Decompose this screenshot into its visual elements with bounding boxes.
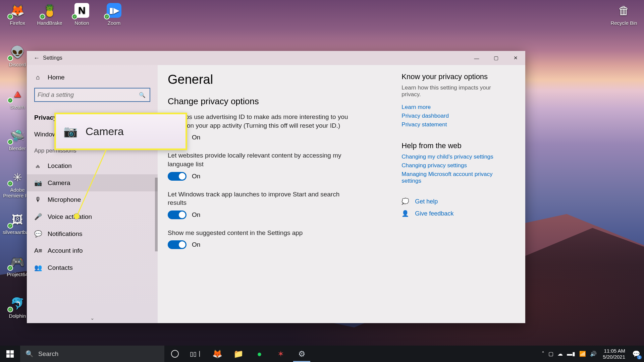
- tray-volume-icon[interactable]: 🔊: [590, 351, 597, 357]
- toggle-state: On: [192, 211, 200, 219]
- sidebar-item-label: Contacts: [48, 264, 73, 272]
- desktop-icon-label: HandBrake: [35, 20, 64, 26]
- tray-battery-icon[interactable]: ▬▮: [567, 351, 575, 357]
- cortana-icon: [171, 350, 179, 358]
- desktop-icon-firefox[interactable]: 🦊 Firefox: [3, 2, 32, 26]
- voice-icon: 🎤: [34, 213, 42, 221]
- sidebar-search[interactable]: 🔍: [34, 88, 150, 102]
- page-title: General: [168, 72, 401, 87]
- desktop-icon-zoom[interactable]: ▮▶ Zoom: [99, 2, 129, 26]
- sidebar-item-label: Account info: [48, 247, 83, 254]
- location-icon: ஃ: [34, 162, 42, 170]
- toggle-state: On: [192, 241, 200, 248]
- recycle-bin-icon: 🗑: [614, 2, 633, 19]
- sidebar-scroll-down-icon[interactable]: ⌄: [90, 315, 95, 321]
- search-input[interactable]: [38, 92, 137, 99]
- link-privacy-statement[interactable]: Privacy statement: [401, 121, 505, 128]
- back-button[interactable]: ←: [30, 55, 43, 62]
- sidebar-scrollbar[interactable]: [155, 178, 158, 251]
- annotation-callout-camera: 📷 Camera: [54, 113, 187, 150]
- notification-count-badge: 3: [637, 355, 642, 359]
- link-changing-privacy[interactable]: Changing privacy settings: [401, 162, 505, 169]
- option-suggested-content-label: Show me suggested content in the Setting…: [168, 229, 349, 237]
- window-title: Settings: [43, 55, 62, 61]
- toggle-track-launches[interactable]: [168, 210, 186, 219]
- zoom-icon: ▮▶: [105, 2, 123, 19]
- taskbar-search[interactable]: 🔍 Search: [20, 346, 164, 362]
- desktop-icon-label: Recycle Bin: [609, 20, 639, 26]
- contacts-icon: 👥: [34, 264, 42, 272]
- taskbar-task-view[interactable]: ▯▯〡: [185, 346, 207, 362]
- search-icon: 🔍: [137, 92, 148, 98]
- link-ms-account-privacy[interactable]: Managing Microsoft account privacy setti…: [401, 171, 505, 184]
- link-child-privacy[interactable]: Changing my child's privacy settings: [401, 154, 505, 160]
- camera-icon: 📷: [34, 179, 42, 187]
- desktop-icon-handbrake[interactable]: 🍍 HandBrake: [35, 2, 64, 26]
- tray-meet-now-icon[interactable]: ▢: [548, 351, 553, 357]
- image-file-icon: 🖼: [8, 211, 27, 228]
- sidebar-item-voice-activation[interactable]: 🎤 Voice activation: [27, 208, 158, 225]
- sidebar-category-label: Privacy: [34, 114, 57, 121]
- option-track-launches-label: Let Windows track app launches to improv…: [168, 190, 349, 207]
- toggle-language-list[interactable]: [168, 172, 186, 181]
- sidebar-item-account-info[interactable]: A≡ Account info: [27, 242, 158, 259]
- app-icon: ✶: [277, 349, 284, 359]
- sidebar-item-microphone[interactable]: 🎙 Microphone: [27, 191, 158, 208]
- feedback-icon: 👤: [401, 210, 409, 217]
- window-maximize-button[interactable]: ▢: [486, 51, 506, 65]
- blender-icon: 🛸: [8, 127, 27, 144]
- sidebar-item-contacts[interactable]: 👥 Contacts: [27, 259, 158, 276]
- clock-time: 11:05 AM: [603, 348, 625, 354]
- file-explorer-icon: 📁: [233, 349, 244, 359]
- sidebar-item-location[interactable]: ஃ Location: [27, 158, 158, 174]
- notifications-icon: 💬: [34, 230, 42, 238]
- taskbar-cortana[interactable]: [164, 346, 185, 362]
- task-view-icon: ▯▯〡: [190, 350, 203, 358]
- desktop-icon-recycle-bin[interactable]: 🗑 Recycle Bin: [609, 2, 639, 26]
- link-privacy-dashboard[interactable]: Privacy dashboard: [401, 113, 505, 119]
- premiere-icon: ✳: [8, 169, 27, 186]
- project64-icon: 🎮: [8, 253, 27, 270]
- handbrake-icon: 🍍: [40, 2, 59, 19]
- sidebar-item-camera[interactable]: 📷 Camera: [27, 174, 158, 191]
- aside-title-privacy-options: Know your privacy options: [401, 72, 515, 81]
- sidebar-item-label: Microphone: [48, 196, 81, 203]
- give-feedback-link[interactable]: Give feedback: [415, 210, 453, 217]
- tray-clock[interactable]: 11:05 AM 5/20/2021: [601, 348, 627, 360]
- clock-date: 5/20/2021: [603, 354, 625, 360]
- settings-window: ← Settings — ▢ ✕ ⌂ Home 🔍 Privacy Window…: [27, 51, 525, 323]
- option-language-list-label: Let websites provide locally relevant co…: [168, 151, 349, 168]
- give-feedback-row[interactable]: 👤 Give feedback: [401, 210, 515, 217]
- window-close-button[interactable]: ✕: [506, 51, 525, 65]
- taskbar-pinned-app[interactable]: ✶: [270, 346, 291, 362]
- aside-subtitle: Learn how this setting impacts your priv…: [401, 84, 505, 98]
- link-learn-more[interactable]: Learn more: [401, 104, 505, 111]
- desktop-icon-label: Notion: [67, 20, 97, 26]
- sidebar-item-notifications[interactable]: 💬 Notifications: [27, 225, 158, 242]
- taskbar-pinned-explorer[interactable]: 📁: [228, 346, 249, 362]
- firefox-icon: 🦊: [212, 349, 222, 359]
- windows-logo-icon: [6, 350, 14, 358]
- aside-title-help-web: Help from the web: [401, 141, 515, 150]
- get-help-link[interactable]: Get help: [415, 198, 438, 205]
- window-minimize-button[interactable]: —: [467, 51, 486, 65]
- sidebar-item-label: Voice activation: [48, 213, 92, 221]
- tray-chevron-up-icon[interactable]: ˄: [542, 351, 544, 357]
- start-button[interactable]: [0, 346, 20, 362]
- tray-action-center[interactable]: 💬 3: [631, 349, 641, 359]
- dolphin-icon: 🐬: [8, 295, 27, 312]
- tray-onedrive-icon[interactable]: ☁: [557, 351, 563, 357]
- microphone-icon: 🎙: [34, 196, 42, 203]
- desktop-icon-notion[interactable]: N Notion: [67, 2, 97, 26]
- desktop-icon-label: Firefox: [3, 20, 32, 26]
- tray-wifi-icon[interactable]: 📶: [579, 351, 586, 357]
- sidebar-home[interactable]: ⌂ Home: [27, 69, 158, 86]
- taskbar-pinned-spotify[interactable]: ●: [249, 346, 270, 362]
- option-advertising-id-label: Let apps use advertising ID to make ads …: [168, 113, 349, 130]
- window-titlebar[interactable]: ← Settings — ▢ ✕: [27, 51, 525, 65]
- help-icon: 💭: [401, 198, 409, 205]
- toggle-suggested-content[interactable]: [168, 240, 186, 249]
- taskbar-running-settings[interactable]: ⚙: [291, 346, 312, 362]
- taskbar-pinned-firefox[interactable]: 🦊: [207, 346, 228, 362]
- get-help-row[interactable]: 💭 Get help: [401, 198, 515, 205]
